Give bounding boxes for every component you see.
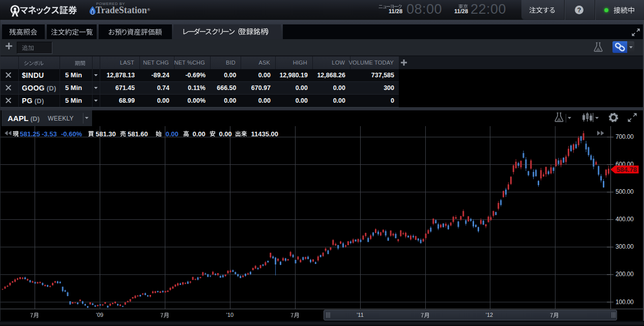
svg-text:584.78: 584.78 xyxy=(617,166,637,173)
